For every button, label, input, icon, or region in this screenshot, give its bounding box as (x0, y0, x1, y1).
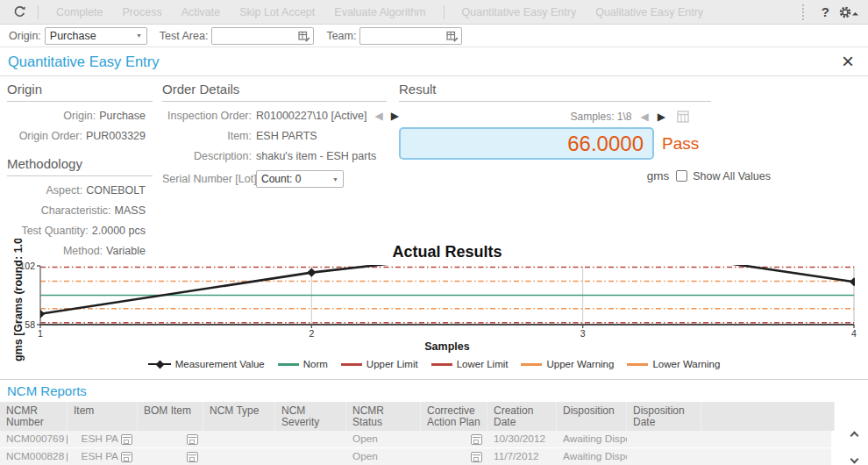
field-label: Origin Order: (19, 130, 82, 142)
ncmr-status-cell: Open (346, 431, 421, 447)
settings-button[interactable] (838, 5, 857, 19)
result-value-input[interactable]: 66.0000 (399, 127, 654, 160)
field-label: Item: (162, 130, 252, 142)
column-header[interactable]: Disposition (557, 402, 627, 431)
complete-button[interactable]: Complete (56, 6, 103, 18)
samples-navigator: Samples: 1\8 ◀ ▶ (399, 110, 690, 124)
sample-sheet-icon[interactable] (676, 110, 690, 124)
cell-value: Open (352, 431, 378, 447)
svg-text:2: 2 (309, 328, 314, 339)
gear-icon (838, 5, 852, 19)
detail-form-icon[interactable] (187, 434, 198, 445)
next-sample-icon[interactable]: ▶ (658, 111, 665, 123)
chart-legend: Measurement ValueNormUpper LimitLower Li… (0, 359, 868, 369)
serial-number-value: Count: 0 (261, 173, 301, 185)
inspection-order-field: Inspection Order: R01000227\10 [Active] … (162, 110, 387, 122)
show-all-values-checkbox[interactable] (676, 170, 687, 182)
qualitative-easy-entry-button[interactable]: Qualitative Easy Entry (595, 6, 703, 18)
characteristic-field: Characteristic: MASS (7, 204, 153, 217)
serial-number-select[interactable]: Count: 0 ▼ (256, 170, 344, 188)
svg-text:102: 102 (19, 261, 35, 271)
detail-form-icon[interactable] (121, 452, 132, 462)
skip-lot-accept-button[interactable]: Skip Lot Accept (239, 6, 315, 18)
table-scrollbar[interactable] (845, 430, 863, 465)
legend-label: Upper Warning (546, 359, 614, 369)
cell-value: ESH PA (82, 448, 118, 465)
detail-form-icon[interactable] (471, 452, 482, 462)
origin-filter-label: Origin: (9, 30, 41, 42)
result-section-title: Result (399, 82, 711, 102)
ncm-table-header: NCMR Number Item BOM Item NCM Type NCM S… (0, 402, 835, 431)
previous-order-icon[interactable]: ◀ (374, 110, 382, 122)
svg-text:58: 58 (25, 319, 35, 330)
column-header[interactable]: NCMR Status (346, 402, 421, 431)
next-order-icon[interactable]: ▶ (391, 110, 399, 122)
evaluate-algorithm-button[interactable]: Evaluate Algorithm (334, 6, 425, 18)
legend-line-marker-icon (341, 363, 362, 366)
settings-caret-icon (852, 11, 858, 18)
bom-item-cell (138, 448, 203, 465)
origin-select[interactable]: Purchase ▼ (45, 27, 147, 45)
disposition-cell: Awaiting Dispositi (557, 431, 627, 447)
item-cell: ESH PA (68, 448, 138, 465)
test-area-input[interactable] (211, 27, 314, 45)
legend-line-marker-icon (521, 363, 542, 366)
value-help-icon[interactable] (298, 30, 310, 42)
legend-line-marker-icon (431, 363, 452, 366)
top-toolbar: Complete Process Activate Skip Lot Accep… (0, 0, 868, 25)
quantitative-easy-entry-button[interactable]: Quantitative Easy Entry (462, 6, 577, 18)
team-filter-label: Team: (326, 30, 356, 42)
refresh-button[interactable] (9, 3, 30, 22)
column-header[interactable]: NCM Severity (275, 402, 346, 431)
process-button[interactable]: Process (123, 6, 162, 18)
field-label: Aspect: (46, 184, 82, 197)
detail-form-icon[interactable] (471, 434, 482, 445)
origin-field: Origin: Purchase (7, 110, 153, 122)
legend-item: Measurement Value (148, 359, 265, 369)
chevron-down-icon: ▼ (332, 176, 338, 182)
value-help-icon[interactable] (446, 30, 459, 42)
column-header[interactable]: Disposition Date (627, 402, 701, 431)
table-row[interactable]: NCM000769 ESH PA Open 10/30/2012 Awaitin… (0, 431, 831, 448)
detail-form-icon[interactable] (187, 452, 198, 462)
creation-date-cell: 11/7/2012 (487, 448, 557, 465)
field-value: Purchase (99, 110, 146, 122)
chart-plot-area: 102581234 (0, 239, 868, 377)
scroll-up-icon[interactable] (850, 432, 858, 440)
team-input[interactable] (359, 27, 462, 45)
quality-entry-app: Complete Process Activate Skip Lot Accep… (0, 0, 868, 465)
activate-button[interactable]: Activate (181, 6, 220, 18)
column-header[interactable]: Creation Date (487, 402, 557, 431)
previous-sample-icon[interactable]: ◀ (641, 111, 649, 123)
detail-form-icon[interactable] (67, 434, 68, 445)
help-button[interactable]: ? (822, 4, 829, 19)
filter-bar: Origin: Purchase ▼ Test Area: Team: (0, 25, 868, 47)
scroll-down-icon[interactable] (850, 455, 858, 464)
legend-item: Norm (278, 359, 328, 369)
column-header[interactable]: Corrective Action Plan (421, 402, 487, 431)
aspect-field: Aspect: CONEBOLT (7, 184, 153, 197)
page-header: Quantitative Easy Entry × (0, 47, 868, 76)
toolbar-right-group: ? (793, 4, 859, 20)
legend-label: Lower Warning (652, 359, 720, 369)
cell-value: Awaiting Dispositi (563, 448, 627, 465)
close-icon[interactable]: × (842, 53, 854, 70)
column-header[interactable]: NCMR Number (0, 402, 68, 431)
corrective-action-cell (421, 448, 487, 465)
bom-item-cell (138, 431, 203, 447)
column-header[interactable]: Item (68, 402, 138, 431)
corrective-action-cell (421, 431, 487, 447)
detail-form-icon[interactable] (67, 452, 68, 462)
detail-form-icon[interactable] (121, 434, 132, 445)
result-status: Pass (662, 134, 699, 154)
entry-content: Origin Origin: Purchase Origin Order: PU… (0, 76, 868, 239)
field-label: Description: (162, 150, 252, 162)
cell-value: Open (352, 448, 378, 465)
item-field: Item: ESH PARTS (162, 130, 387, 142)
table-row[interactable]: NCM000828 ESH PA Open 11/7/2012 Awaiting… (0, 448, 831, 465)
column-header[interactable]: BOM Item (138, 402, 203, 431)
disposition-date-cell (627, 448, 701, 465)
unit-label: gms (647, 169, 670, 182)
column-header[interactable]: NCM Type (203, 402, 275, 431)
toolbar-separator (38, 5, 39, 19)
